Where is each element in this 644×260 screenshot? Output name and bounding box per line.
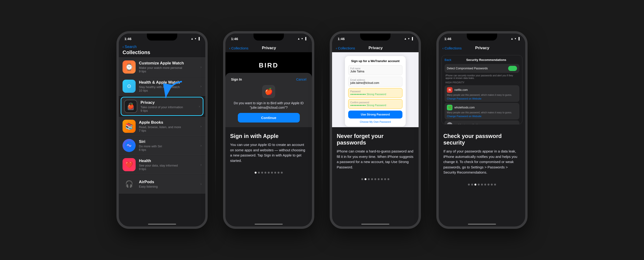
dot-3-8 — [384, 178, 386, 180]
dot-3-1 — [361, 178, 363, 180]
netflix-icon: N — [447, 87, 452, 93]
wholefoods-change-link[interactable]: Change Password on Website — [447, 115, 517, 117]
wholefoods-domain: wholefoods.com — [454, 106, 475, 109]
dot-2-8 — [278, 172, 280, 174]
password-mockup-container: Sign up for a WeTransfer account Full na… — [332, 52, 418, 127]
privacy-text: Privacy Take control of your information… — [140, 100, 199, 112]
status-icons-4: ▲ ▾ ▐ — [511, 37, 520, 40]
wifi-icon: ▾ — [195, 37, 196, 40]
page-dots-4 — [439, 181, 525, 188]
health-text: Health See your data, stay informed 9 ti… — [139, 159, 200, 171]
list-item-customize-watch[interactable]: ⌚ Customize Apple Watch Make your watch … — [119, 58, 205, 77]
tip-desc-2: You can use your Apple ID to create an a… — [230, 142, 307, 163]
page-dots-3 — [332, 175, 418, 183]
status-icons-1: ▲ ▾ ▐ — [191, 37, 200, 40]
back-button-4[interactable]: ‹ Collections — [442, 46, 462, 50]
dot-2-2 — [258, 172, 260, 174]
dot-4-2 — [471, 184, 473, 186]
field-fullname: Full name Julie Talma — [348, 65, 402, 75]
back-label-3: Collections — [338, 46, 355, 50]
dot-3-9 — [388, 178, 389, 180]
list-item-airpods[interactable]: 🎧 AirPods Easy listening › — [119, 175, 205, 193]
detect-toggle[interactable] — [508, 66, 517, 71]
detect-toggle-label: Detect Compromised Passwords — [447, 67, 488, 70]
signin-message: Do you want to sign in to Bird with your… — [231, 101, 306, 110]
high-priority-label: HIGH PRIORITY — [444, 81, 519, 84]
privacy-chevron: › — [199, 104, 200, 108]
dot-4-3 — [474, 184, 476, 186]
siri-title: Siri — [139, 139, 200, 144]
customize-watch-tips: 9 tips — [139, 70, 200, 73]
security-back[interactable]: Back — [444, 58, 451, 62]
field-email: Email address julie.talme@icloud.com — [348, 77, 402, 87]
health-title: Health — [139, 159, 200, 163]
tip-content-4: Check your password security If any of y… — [439, 127, 525, 181]
dot-2-6 — [271, 172, 273, 174]
continue-button[interactable]: Continue — [238, 113, 300, 122]
health-subtitle: See your data, stay informed — [139, 164, 200, 167]
notch-4 — [467, 34, 497, 41]
dot-2-4 — [264, 172, 266, 174]
list-item-health-watch[interactable]: ⊙ Health & Apple Watch Stay healthy with… — [119, 77, 205, 96]
books-icon: 📚 — [122, 120, 136, 133]
tip-desc-4: If any of your passwords appear in a dat… — [443, 149, 520, 175]
bird-logo: BIRD — [259, 62, 278, 69]
list-item-health[interactable]: ❤️ Health See your data, stay informed 9… — [119, 155, 205, 174]
books-tips: 7 tips — [139, 129, 200, 132]
back-chevron-2: ‹ — [229, 46, 230, 50]
netflix-row: N netflix.com Many people use this passw… — [444, 85, 519, 102]
siri-tips: 6 tips — [139, 148, 200, 152]
back-button-2[interactable]: ‹ Collections — [229, 46, 248, 50]
architecture-domain: architectureoutlook.com — [454, 123, 484, 124]
health-watch-title: Health & Apple Watch — [139, 80, 200, 85]
wifi-icon-2: ▾ — [302, 37, 303, 40]
list-item-books[interactable]: 📚 Apple Books Read, browse, listen, and … — [119, 117, 205, 136]
dot-3-2 — [364, 178, 366, 180]
wifi-icon-3: ▾ — [408, 37, 410, 40]
detect-toggle-row: Detect Compromised Passwords — [444, 64, 519, 73]
books-title: Apple Books — [139, 120, 200, 125]
collections-title: Collections — [122, 49, 202, 56]
privacy-subtitle: Take control of your information — [140, 105, 199, 109]
collections-list: ⌚ Customize Apple Watch Make your watch … — [119, 58, 205, 227]
list-item-privacy[interactable]: 🍎 Privacy Take control of your informati… — [121, 97, 204, 116]
siri-chevron: › — [200, 144, 202, 147]
dot-2-3 — [261, 172, 263, 174]
home-indicator-4 — [468, 224, 496, 225]
netflix-change-link[interactable]: Change Password on Website — [447, 97, 517, 100]
privacy-tips: 9 tips — [140, 109, 199, 112]
airpods-subtitle: Easy listening — [139, 185, 200, 188]
status-icons-3: ▲ ▾ ▐ — [404, 37, 413, 40]
divider-1 — [215, 60, 216, 200]
tip-content-3: Never forget your passwords iPhone can c… — [332, 127, 418, 175]
health-watch-tips: 10 tips — [139, 89, 200, 92]
architecture-icon: A — [447, 122, 452, 124]
back-button-3[interactable]: ‹ Collections — [336, 46, 355, 50]
status-time-4: 1:46 — [444, 37, 451, 41]
dot-4-6 — [484, 184, 486, 186]
apple-icon: 🍎 — [262, 85, 275, 98]
notch-2 — [254, 34, 284, 41]
dot-4-8 — [491, 184, 493, 186]
signin-sheet: Sign In Cancel 🍎 Do you want to sign in … — [226, 73, 312, 127]
choose-own-link[interactable]: Choose My Own Password — [348, 120, 402, 123]
divider-2 — [322, 60, 322, 200]
security-nav: Back Security Recommendations — [444, 58, 519, 62]
back-button-1[interactable]: ‹ Search — [122, 45, 202, 49]
list-item-siri[interactable]: Siri Do more with Siri 6 tips › — [119, 136, 205, 155]
wholefoods-icon: 🌿 — [447, 105, 452, 110]
signin-cancel-btn[interactable]: Cancel — [296, 78, 306, 81]
battery-icon-4: ▐ — [518, 37, 520, 40]
privacy-icon: 🍎 — [124, 100, 137, 113]
nav-bar-4: ‹ Collections Privacy — [439, 44, 525, 52]
signin-sheet-title: Sign In — [231, 78, 242, 81]
dot-4-4 — [478, 184, 480, 186]
dot-3-6 — [378, 178, 380, 180]
back-label-1: Search — [125, 45, 136, 49]
tip-content-2: Sign in with Apple You can use your Appl… — [226, 127, 312, 169]
use-strong-password-btn[interactable]: Use Strong Password — [348, 110, 402, 118]
security-mockup-container: Back Security Recommendations Detect Com… — [439, 52, 525, 127]
health-watch-text: Health & Apple Watch Stay healthy with A… — [139, 80, 200, 92]
signal-icon: ▲ — [191, 37, 194, 40]
notch-3 — [360, 34, 390, 41]
